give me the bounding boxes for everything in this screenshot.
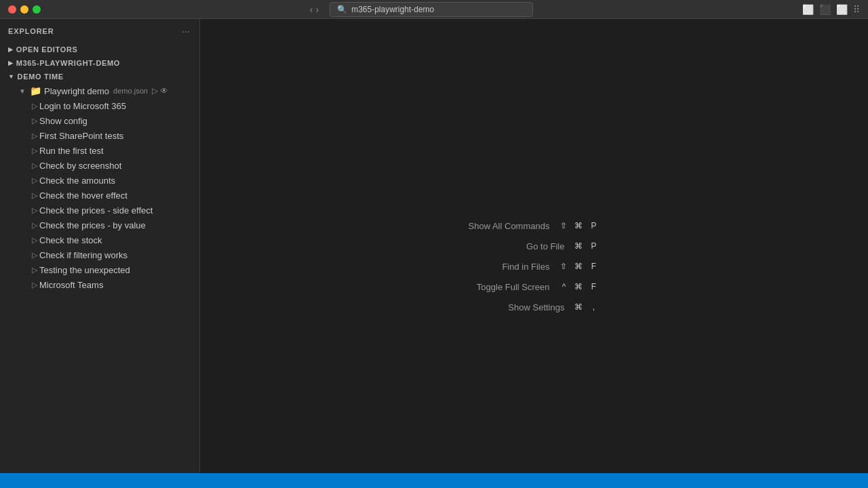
play-icon: ▷ — [30, 266, 39, 274]
panel-toggle-icon[interactable]: ⬜ — [836, 4, 848, 15]
kbd-3-2: F — [587, 281, 599, 293]
kbd-1-0: ⌘ — [572, 240, 585, 252]
tree-item-label: Microsoft Teams — [39, 280, 103, 290]
sidebar-title: Explorer — [8, 27, 54, 35]
section-label-text: M365-PLAYWRIGHT-DEMO — [16, 59, 120, 67]
tree-item-label: Check the amounts — [39, 176, 115, 186]
tree-item-run-first-test[interactable]: ▷ Run the first test — [0, 143, 199, 158]
command-row-3: Toggle Full Screen ^ ⌘ F — [477, 281, 600, 293]
kbd-group-4: ⌘ , — [572, 301, 599, 313]
tree-item-label: Check the hover effect — [39, 190, 127, 201]
window-controls — [8, 5, 41, 14]
tree-item-sharepoint-tests[interactable]: ▷ First SharePoint tests — [0, 128, 199, 143]
more-icon[interactable]: ··· — [180, 24, 191, 38]
kbd-2-0: ⇧ — [557, 260, 570, 272]
kbd-group-2: ⇧ ⌘ F — [557, 260, 599, 272]
statusbar — [0, 473, 868, 488]
nav-arrows: ‹ › — [310, 4, 319, 15]
play-icon: ▷ — [30, 146, 39, 155]
command-label-0: Show All Commands — [469, 221, 550, 231]
section-label-text: OPEN EDITORS — [16, 45, 78, 54]
tree-item-screenshot[interactable]: ▷ Check by screenshot — [0, 158, 199, 173]
search-icon: 🔍 — [337, 5, 347, 14]
kbd-4-0: ⌘ — [572, 301, 585, 313]
play-icon: ▷ — [30, 117, 39, 125]
tree-item-label: Check the stock — [39, 235, 102, 245]
editor-layout-icon[interactable]: ⬛ — [819, 4, 831, 15]
kbd-0-2: P — [587, 220, 599, 232]
tree-item-amounts[interactable]: ▷ Check the amounts — [0, 173, 199, 188]
kbd-3-0: ^ — [557, 281, 570, 293]
section-demo-time[interactable]: ▼ DEMO TIME — [0, 70, 199, 83]
command-label-2: Find in Files — [502, 262, 549, 272]
tree-item-badge: demo.json — [113, 87, 148, 95]
tree-item-root[interactable]: ▼ 📁 Playwright demo demo.json ▷ 👁 — [0, 83, 199, 98]
command-row-0: Show All Commands ⇧ ⌘ P — [469, 220, 600, 232]
play-icon: ▷ — [30, 236, 39, 245]
play-icon: ▷ — [30, 221, 39, 230]
play-icon: ▷ — [30, 131, 39, 140]
kbd-0-0: ⇧ — [557, 220, 570, 232]
command-label-1: Go to File — [526, 241, 564, 251]
tree-item-show-config[interactable]: ▷ Show config — [0, 113, 199, 128]
tree-item-stock[interactable]: ▷ Check the stock — [0, 232, 199, 247]
grid-icon[interactable]: ⠿ — [853, 4, 860, 15]
section-arrow: ▶ — [8, 60, 14, 66]
search-text: m365-playwright-demo — [351, 5, 434, 14]
sidebar-header: Explorer ··· — [0, 19, 199, 43]
command-row-1: Go to File ⌘ P — [526, 240, 599, 252]
tree-item-label: Check by screenshot — [39, 161, 121, 171]
tree-item-teams[interactable]: ▷ Microsoft Teams — [0, 277, 199, 292]
tree-item-label: First SharePoint tests — [39, 131, 123, 141]
nav-back-icon[interactable]: ‹ — [310, 4, 313, 15]
close-btn[interactable] — [8, 5, 16, 14]
command-row-4: Show Settings ⌘ , — [508, 301, 599, 313]
play-icon: ▷ — [30, 251, 39, 260]
tree-arrow: ▼ — [19, 87, 30, 95]
section-m365[interactable]: ▶ M365-PLAYWRIGHT-DEMO — [0, 56, 199, 70]
kbd-2-1: ⌘ — [572, 260, 585, 272]
command-label-4: Show Settings — [508, 302, 564, 312]
kbd-4-1: , — [587, 301, 599, 313]
play-icon: ▷ — [30, 191, 39, 200]
sidebar: Explorer ··· ▶ OPEN EDITORS ▶ M365-PLAYW… — [0, 19, 200, 473]
kbd-2-2: F — [587, 260, 599, 272]
command-row-2: Find in Files ⇧ ⌘ F — [502, 260, 599, 272]
play-icon: ▷ — [30, 161, 39, 170]
kbd-group-3: ^ ⌘ F — [557, 281, 599, 293]
section-arrow: ▼ — [8, 73, 15, 80]
minimize-btn[interactable] — [20, 5, 28, 14]
tree-item-prices-side-effect[interactable]: ▷ Check the prices - side effect — [0, 203, 199, 218]
tree-item-login[interactable]: ▷ Login to Microsoft 365 — [0, 98, 199, 113]
tree-item-prices-value[interactable]: ▷ Check the prices - by value — [0, 218, 199, 232]
kbd-0-1: ⌘ — [572, 220, 585, 232]
tree-item-label: Login to Microsoft 365 — [39, 101, 126, 111]
sidebar-header-icons: ··· — [180, 24, 191, 38]
section-label-text: DEMO TIME — [18, 73, 64, 81]
tree-item-label: Testing the unexpected — [39, 265, 130, 275]
section-open-editors[interactable]: ▶ OPEN EDITORS — [0, 43, 199, 56]
kbd-group-1: ⌘ P — [572, 240, 599, 252]
titlebar-icons: ⬜ ⬛ ⬜ ⠿ — [802, 4, 860, 15]
tree-item-label: Check the prices - side effect — [39, 205, 153, 216]
command-label-3: Toggle Full Screen — [477, 282, 550, 292]
titlebar: ‹ › 🔍 m365-playwright-demo ⬜ ⬛ ⬜ ⠿ — [0, 0, 868, 19]
command-list: Show All Commands ⇧ ⌘ P Go to File ⌘ P F… — [469, 220, 600, 313]
tree-item-icons: ▷ 👁 — [152, 86, 168, 96]
run-icon[interactable]: ▷ — [152, 86, 158, 96]
play-icon: ▷ — [30, 102, 39, 110]
tree-item-hover[interactable]: ▷ Check the hover effect — [0, 188, 199, 203]
main-content: Show All Commands ⇧ ⌘ P Go to File ⌘ P F… — [200, 19, 868, 473]
nav-forward-icon[interactable]: › — [316, 4, 319, 15]
tree-item-label: Check the prices - by value — [39, 220, 146, 230]
eye-icon[interactable]: 👁 — [160, 86, 168, 96]
play-icon: ▷ — [30, 281, 39, 289]
maximize-btn[interactable] — [33, 5, 41, 14]
kbd-1-1: P — [587, 240, 599, 252]
sidebar-toggle-icon[interactable]: ⬜ — [802, 4, 814, 15]
tree-item-unexpected[interactable]: ▷ Testing the unexpected — [0, 262, 199, 277]
main-layout: Explorer ··· ▶ OPEN EDITORS ▶ M365-PLAYW… — [0, 19, 868, 473]
folder-icon: 📁 — [30, 85, 41, 96]
tree-item-filtering[interactable]: ▷ Check if filtering works — [0, 247, 199, 262]
search-bar[interactable]: 🔍 m365-playwright-demo — [330, 2, 533, 17]
